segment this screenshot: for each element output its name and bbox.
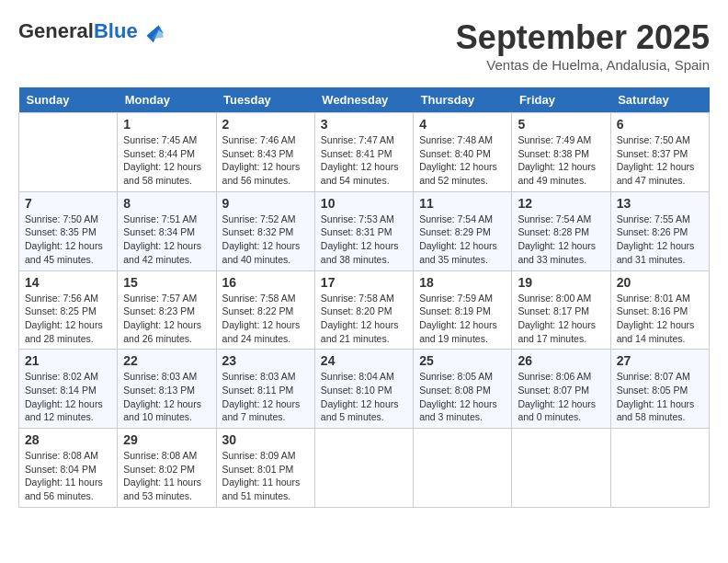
- day-number: 27: [617, 353, 703, 368]
- day-number: 11: [419, 196, 506, 211]
- day-cell: 23Sunrise: 8:03 AM Sunset: 8:11 PM Dayli…: [216, 350, 314, 429]
- day-info: Sunrise: 7:49 AM Sunset: 8:38 PM Dayligh…: [518, 133, 604, 188]
- day-info: Sunrise: 7:54 AM Sunset: 8:28 PM Dayligh…: [518, 213, 604, 267]
- day-cell: 1Sunrise: 7:45 AM Sunset: 8:44 PM Daylig…: [118, 113, 216, 192]
- day-info: Sunrise: 7:55 AM Sunset: 8:26 PM Dayligh…: [617, 213, 703, 267]
- day-cell: [414, 429, 512, 508]
- day-cell: [19, 113, 118, 192]
- logo: GeneralBlue: [18, 18, 165, 44]
- day-number: 30: [222, 432, 309, 447]
- day-info: Sunrise: 7:51 AM Sunset: 8:34 PM Dayligh…: [123, 213, 210, 267]
- week-row-1: 1Sunrise: 7:45 AM Sunset: 8:44 PM Daylig…: [19, 113, 710, 192]
- day-number: 29: [123, 432, 210, 447]
- day-number: 15: [123, 275, 210, 290]
- day-cell: 22Sunrise: 8:03 AM Sunset: 8:13 PM Dayli…: [118, 350, 216, 429]
- day-header-sunday: Sunday: [19, 87, 118, 113]
- day-cell: 27Sunrise: 8:07 AM Sunset: 8:05 PM Dayli…: [610, 350, 709, 429]
- day-cell: 11Sunrise: 7:54 AM Sunset: 8:29 PM Dayli…: [414, 191, 512, 270]
- day-cell: 14Sunrise: 7:56 AM Sunset: 8:25 PM Dayli…: [19, 270, 118, 350]
- day-header-thursday: Thursday: [414, 87, 512, 113]
- day-info: Sunrise: 7:59 AM Sunset: 8:19 PM Dayligh…: [419, 292, 506, 346]
- day-cell: 16Sunrise: 7:58 AM Sunset: 8:22 PM Dayli…: [216, 270, 314, 350]
- day-number: 12: [518, 196, 604, 211]
- day-number: 14: [25, 275, 111, 290]
- day-cell: 13Sunrise: 7:55 AM Sunset: 8:26 PM Dayli…: [610, 191, 709, 270]
- day-info: Sunrise: 8:03 AM Sunset: 8:13 PM Dayligh…: [123, 370, 210, 424]
- week-row-4: 21Sunrise: 8:02 AM Sunset: 8:14 PM Dayli…: [19, 350, 710, 429]
- day-number: 2: [222, 117, 309, 132]
- day-number: 8: [123, 196, 210, 211]
- day-info: Sunrise: 8:05 AM Sunset: 8:08 PM Dayligh…: [419, 370, 506, 424]
- day-number: 21: [25, 353, 111, 368]
- day-info: Sunrise: 7:46 AM Sunset: 8:43 PM Dayligh…: [222, 133, 309, 188]
- day-cell: 10Sunrise: 7:53 AM Sunset: 8:31 PM Dayli…: [314, 191, 413, 270]
- day-number: 23: [222, 353, 309, 368]
- day-cell: 7Sunrise: 7:50 AM Sunset: 8:35 PM Daylig…: [19, 191, 118, 270]
- day-number: 13: [617, 196, 703, 211]
- day-number: 26: [518, 353, 604, 368]
- calendar-table: SundayMondayTuesdayWednesdayThursdayFrid…: [18, 87, 710, 508]
- logo-icon: [140, 18, 165, 44]
- day-info: Sunrise: 8:08 AM Sunset: 8:02 PM Dayligh…: [123, 449, 210, 503]
- day-number: 17: [321, 275, 407, 290]
- month-year: September 2025: [456, 18, 710, 57]
- day-info: Sunrise: 7:56 AM Sunset: 8:25 PM Dayligh…: [25, 292, 111, 346]
- day-header-saturday: Saturday: [610, 87, 709, 113]
- day-info: Sunrise: 8:00 AM Sunset: 8:17 PM Dayligh…: [518, 292, 604, 346]
- day-number: 7: [25, 196, 111, 211]
- day-number: 1: [123, 117, 210, 132]
- location: Ventas de Huelma, Andalusia, Spain: [456, 57, 710, 73]
- day-number: 4: [419, 117, 506, 132]
- day-number: 9: [222, 196, 309, 211]
- day-info: Sunrise: 8:01 AM Sunset: 8:16 PM Dayligh…: [617, 292, 703, 346]
- day-cell: [610, 429, 709, 508]
- day-number: 10: [321, 196, 407, 211]
- day-cell: 8Sunrise: 7:51 AM Sunset: 8:34 PM Daylig…: [118, 191, 216, 270]
- day-info: Sunrise: 8:09 AM Sunset: 8:01 PM Dayligh…: [222, 449, 309, 503]
- day-header-wednesday: Wednesday: [314, 87, 413, 113]
- day-info: Sunrise: 7:53 AM Sunset: 8:31 PM Dayligh…: [321, 213, 407, 267]
- day-number: 3: [321, 117, 407, 132]
- day-cell: 19Sunrise: 8:00 AM Sunset: 8:17 PM Dayli…: [512, 270, 610, 350]
- day-info: Sunrise: 7:45 AM Sunset: 8:44 PM Dayligh…: [123, 133, 210, 188]
- day-number: 16: [222, 275, 309, 290]
- day-number: 28: [25, 432, 111, 447]
- day-cell: 12Sunrise: 7:54 AM Sunset: 8:28 PM Dayli…: [512, 191, 610, 270]
- day-info: Sunrise: 7:58 AM Sunset: 8:22 PM Dayligh…: [222, 292, 309, 346]
- day-cell: 18Sunrise: 7:59 AM Sunset: 8:19 PM Dayli…: [414, 270, 512, 350]
- day-info: Sunrise: 8:02 AM Sunset: 8:14 PM Dayligh…: [25, 370, 111, 424]
- day-cell: 24Sunrise: 8:04 AM Sunset: 8:10 PM Dayli…: [314, 350, 413, 429]
- day-cell: 25Sunrise: 8:05 AM Sunset: 8:08 PM Dayli…: [414, 350, 512, 429]
- day-info: Sunrise: 7:50 AM Sunset: 8:37 PM Dayligh…: [617, 133, 703, 188]
- day-cell: 17Sunrise: 7:58 AM Sunset: 8:20 PM Dayli…: [314, 270, 413, 350]
- day-info: Sunrise: 7:47 AM Sunset: 8:41 PM Dayligh…: [321, 133, 407, 188]
- day-info: Sunrise: 7:58 AM Sunset: 8:20 PM Dayligh…: [321, 292, 407, 346]
- day-info: Sunrise: 7:54 AM Sunset: 8:29 PM Dayligh…: [419, 213, 506, 267]
- day-info: Sunrise: 8:03 AM Sunset: 8:11 PM Dayligh…: [222, 370, 309, 424]
- day-cell: 2Sunrise: 7:46 AM Sunset: 8:43 PM Daylig…: [216, 113, 314, 192]
- day-cell: 15Sunrise: 7:57 AM Sunset: 8:23 PM Dayli…: [118, 270, 216, 350]
- day-info: Sunrise: 8:06 AM Sunset: 8:07 PM Dayligh…: [518, 370, 604, 424]
- day-cell: 3Sunrise: 7:47 AM Sunset: 8:41 PM Daylig…: [314, 113, 413, 192]
- day-number: 20: [617, 275, 703, 290]
- day-info: Sunrise: 7:57 AM Sunset: 8:23 PM Dayligh…: [123, 292, 210, 346]
- day-number: 25: [419, 353, 506, 368]
- day-header-monday: Monday: [118, 87, 216, 113]
- day-cell: 4Sunrise: 7:48 AM Sunset: 8:40 PM Daylig…: [414, 113, 512, 192]
- day-cell: 26Sunrise: 8:06 AM Sunset: 8:07 PM Dayli…: [512, 350, 610, 429]
- day-cell: 30Sunrise: 8:09 AM Sunset: 8:01 PM Dayli…: [216, 429, 314, 508]
- day-info: Sunrise: 7:48 AM Sunset: 8:40 PM Dayligh…: [419, 133, 506, 188]
- day-number: 6: [617, 117, 703, 132]
- day-cell: 29Sunrise: 8:08 AM Sunset: 8:02 PM Dayli…: [118, 429, 216, 508]
- day-cell: [314, 429, 413, 508]
- day-cell: 9Sunrise: 7:52 AM Sunset: 8:32 PM Daylig…: [216, 191, 314, 270]
- day-number: 24: [321, 353, 407, 368]
- day-cell: 6Sunrise: 7:50 AM Sunset: 8:37 PM Daylig…: [610, 113, 709, 192]
- day-cell: 20Sunrise: 8:01 AM Sunset: 8:16 PM Dayli…: [610, 270, 709, 350]
- day-number: 18: [419, 275, 506, 290]
- week-row-3: 14Sunrise: 7:56 AM Sunset: 8:25 PM Dayli…: [19, 270, 710, 350]
- day-header-tuesday: Tuesday: [216, 87, 314, 113]
- week-row-2: 7Sunrise: 7:50 AM Sunset: 8:35 PM Daylig…: [19, 191, 710, 270]
- days-header-row: SundayMondayTuesdayWednesdayThursdayFrid…: [19, 87, 710, 113]
- day-cell: 28Sunrise: 8:08 AM Sunset: 8:04 PM Dayli…: [19, 429, 118, 508]
